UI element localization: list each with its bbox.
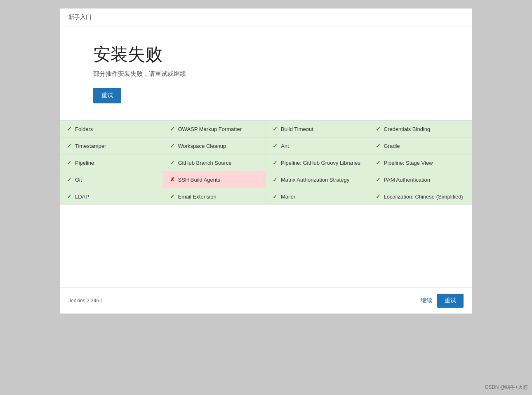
plugin-name: GitHub Branch Source: [178, 160, 232, 166]
plugin-name: Pipeline: [75, 160, 94, 166]
continue-button[interactable]: 继续: [421, 297, 432, 304]
plugin-cell: ✓Gradle: [369, 138, 472, 154]
main-window: 新手入门 安装失败 部分插件安装失败，请重试或继续 重试 ✓Folders✓OW…: [60, 8, 472, 314]
plugin-cell: ✓Build Timeout: [266, 121, 369, 138]
check-icon: ✓: [67, 193, 72, 200]
footer: Jenkins 2.346.1 继续 重试: [60, 287, 472, 313]
hero-retry-button[interactable]: 重试: [93, 88, 121, 103]
check-icon: ✓: [376, 176, 381, 183]
x-icon: ✗: [170, 176, 175, 183]
check-icon: ✓: [67, 143, 72, 149]
breadcrumb: 新手入门: [68, 14, 92, 20]
plugin-name: PAM Authentication: [384, 177, 431, 183]
plugin-cell: ✓Pipeline: [60, 154, 163, 171]
check-icon: ✓: [170, 193, 175, 200]
plugin-cell: ✓Folders: [60, 121, 163, 138]
check-icon: ✓: [376, 159, 381, 166]
check-icon: ✓: [273, 159, 278, 166]
plugin-name: OWASP Markup Formatter: [178, 126, 242, 132]
plugin-name: Gradle: [384, 143, 400, 149]
plugin-cell: ✓Matrix Authorization Strategy: [266, 171, 369, 188]
plugin-cell: ✓Credentials Binding: [369, 121, 472, 138]
watermark: CSDN @蜗牛+火箭: [485, 384, 528, 391]
plugin-cell: ✓LDAP: [60, 188, 163, 205]
plugin-cell: ✗SSH Build Agents: [163, 171, 266, 188]
plugin-name: Pipeline: Stage View: [384, 160, 433, 166]
check-icon: ✓: [170, 126, 175, 132]
check-icon: ✓: [67, 176, 72, 183]
plugins-grid: ✓Folders✓OWASP Markup Formatter✓Build Ti…: [60, 120, 472, 205]
plugin-cell: ✓Localization: Chinese (Simplified): [369, 188, 472, 205]
plugin-name: Credentials Binding: [384, 126, 431, 132]
check-icon: ✓: [170, 143, 175, 149]
plugin-cell: ✓GitHub Branch Source: [163, 154, 266, 171]
plugin-name: Pipeline: GitHub Groovy Libraries: [281, 160, 360, 166]
check-icon: ✓: [273, 176, 278, 183]
plugin-cell: ✓Timestamper: [60, 138, 163, 154]
check-icon: ✓: [273, 143, 278, 149]
check-icon: ✓: [376, 143, 381, 149]
footer-retry-button[interactable]: 重试: [437, 294, 464, 308]
plugin-name: Localization: Chinese (Simplified): [384, 194, 463, 200]
check-icon: ✓: [376, 126, 381, 132]
check-icon: ✓: [376, 193, 381, 200]
plugin-name: Workspace Cleanup: [178, 143, 226, 149]
plugin-name: Ant: [281, 143, 289, 149]
plugin-cell: ✓Git: [60, 171, 163, 188]
plugin-name: LDAP: [75, 194, 89, 200]
footer-actions: 继续 重试: [421, 294, 464, 308]
plugin-cell: ✓Pipeline: GitHub Groovy Libraries: [266, 154, 369, 171]
empty-area: [60, 205, 472, 287]
plugin-name: Build Timeout: [281, 126, 313, 132]
check-icon: ✓: [273, 126, 278, 132]
plugin-cell: ✓Workspace Cleanup: [163, 138, 266, 154]
plugin-cell: ✓Email Extension: [163, 188, 266, 205]
top-bar: 新手入门: [60, 9, 472, 26]
check-icon: ✓: [170, 159, 175, 166]
plugin-name: Matrix Authorization Strategy: [281, 177, 349, 183]
plugin-cell: ✓Ant: [266, 138, 369, 154]
check-icon: ✓: [67, 159, 72, 166]
footer-version: Jenkins 2.346.1: [68, 298, 103, 304]
plugin-name: Folders: [75, 126, 93, 132]
plugin-cell: ✓PAM Authentication: [369, 171, 472, 188]
plugin-name: Mailer: [281, 194, 295, 200]
plugin-name: Timestamper: [75, 143, 106, 149]
hero-section: 安装失败 部分插件安装失败，请重试或继续 重试: [60, 26, 472, 120]
check-icon: ✓: [67, 126, 72, 132]
plugin-cell: ✓OWASP Markup Formatter: [163, 121, 266, 138]
page-title: 安装失败: [93, 43, 439, 66]
plugin-name: SSH Build Agents: [178, 177, 221, 183]
check-icon: ✓: [273, 193, 278, 200]
plugin-cell: ✓Pipeline: Stage View: [369, 154, 472, 171]
page-subtitle: 部分插件安装失败，请重试或继续: [93, 70, 439, 78]
plugin-name: Email Extension: [178, 194, 217, 200]
plugin-name: Git: [75, 177, 82, 183]
plugin-cell: ✓Mailer: [266, 188, 369, 205]
